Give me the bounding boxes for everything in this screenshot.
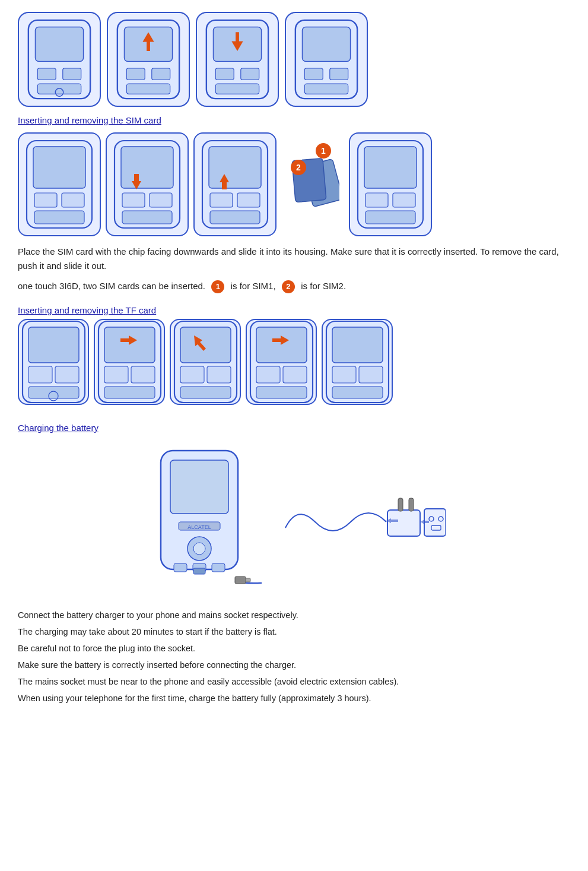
svg-rect-74 (359, 366, 383, 383)
svg-rect-63 (180, 387, 231, 398)
sim-phone-3 (193, 132, 276, 236)
svg-rect-88 (387, 510, 420, 536)
charging-line4: Make sure the battery is correctly inser… (18, 658, 570, 673)
phone-back-3-arrow-down (196, 12, 279, 107)
svg-rect-48 (28, 327, 79, 363)
svg-rect-50 (55, 366, 79, 383)
charger-brick-svg (279, 492, 446, 552)
svg-rect-16 (215, 84, 259, 94)
svg-rect-54 (104, 327, 155, 363)
sim-phone-2 (106, 132, 189, 236)
tf-phone-4-arrow (246, 319, 317, 405)
svg-rect-66 (256, 327, 307, 363)
svg-rect-1 (35, 27, 83, 61)
svg-rect-86 (235, 577, 246, 584)
sim-section-title: Inserting and removing the SIM card (18, 115, 570, 125)
charging-instructions: Connect the battery charger to your phon… (18, 609, 570, 706)
charging-line1: Connect the battery charger to your phon… (18, 609, 570, 623)
phone-back-2-arrow-up (107, 12, 190, 107)
sim-top-phones-row (18, 12, 570, 107)
tf-phone-5 (322, 319, 393, 405)
svg-rect-67 (256, 366, 280, 383)
sim2-badge: 2 (291, 160, 306, 175)
svg-rect-77 (170, 460, 228, 514)
svg-rect-43 (364, 147, 417, 188)
svg-rect-46 (365, 211, 415, 224)
svg-rect-82 (174, 563, 187, 572)
svg-rect-51 (28, 387, 79, 398)
svg-rect-56 (131, 366, 155, 383)
svg-rect-3 (63, 68, 81, 80)
sim2-inline-badge: 2 (282, 280, 295, 293)
svg-rect-45 (393, 193, 415, 207)
sim-desc2-text: one touch 3I6D, two SIM cards can be ins… (18, 281, 205, 291)
svg-rect-8 (126, 68, 145, 80)
sim-sim1-sim2-line: one touch 3I6D, two SIM cards can be ins… (18, 279, 570, 293)
sim2-label-text: is for SIM2. (301, 281, 346, 291)
svg-rect-60 (180, 327, 231, 363)
charging-phone-image: ALCATEL (143, 445, 262, 599)
svg-point-81 (193, 543, 205, 555)
svg-rect-44 (365, 193, 388, 207)
svg-rect-31 (150, 193, 172, 207)
svg-rect-2 (37, 68, 56, 80)
svg-rect-20 (304, 68, 323, 80)
svg-rect-57 (104, 387, 155, 398)
svg-rect-24 (33, 147, 85, 188)
sim-card-graphic: 1 2 (286, 149, 339, 220)
svg-rect-25 (34, 193, 57, 207)
svg-rect-62 (207, 366, 231, 383)
svg-rect-19 (302, 27, 350, 61)
svg-rect-22 (304, 84, 348, 94)
svg-rect-21 (330, 68, 348, 80)
svg-rect-36 (210, 193, 233, 207)
svg-rect-38 (210, 211, 260, 224)
svg-rect-10 (126, 84, 170, 94)
tf-phone-1 (18, 319, 89, 405)
svg-rect-29 (121, 147, 173, 188)
tf-section-title: Inserting and removing the TF card (18, 305, 570, 315)
svg-rect-37 (237, 193, 260, 207)
sim1-badge: 1 (316, 143, 331, 159)
charging-line5: The mains socket must be near to the pho… (18, 675, 570, 689)
svg-rect-49 (28, 366, 52, 383)
svg-rect-85 (193, 568, 205, 574)
tf-phones-row (18, 319, 570, 405)
svg-rect-15 (241, 68, 259, 80)
charging-image-container: ALCATEL (18, 445, 570, 599)
phone-back-1 (18, 12, 101, 107)
svg-text:ALCATEL: ALCATEL (187, 524, 211, 530)
svg-rect-89 (398, 498, 403, 511)
phone-back-4 (285, 12, 368, 107)
sim1-inline-badge: 1 (211, 280, 224, 293)
charging-line6: When using your telephone for the first … (18, 692, 570, 706)
svg-rect-73 (332, 366, 356, 383)
charging-line2: The charging may take about 20 minutes t… (18, 625, 570, 639)
svg-rect-87 (246, 578, 250, 582)
sim-phone-1 (18, 132, 101, 236)
svg-rect-27 (34, 211, 84, 224)
sim1-label-text: is for SIM1, (231, 281, 276, 291)
tf-phone-3-arrow (170, 319, 241, 405)
charger-assembly (279, 492, 446, 552)
svg-rect-14 (215, 68, 234, 80)
svg-rect-84 (212, 563, 225, 572)
svg-rect-9 (152, 68, 170, 80)
svg-rect-69 (256, 387, 307, 398)
svg-rect-55 (104, 366, 128, 383)
charging-line3: Be careful not to force the plug into th… (18, 642, 570, 656)
svg-rect-26 (62, 193, 84, 207)
svg-rect-75 (332, 387, 383, 398)
sim-phones-row: 1 2 (18, 132, 570, 236)
svg-rect-68 (283, 366, 307, 383)
svg-rect-30 (122, 193, 145, 207)
sim-desc-text: Place the SIM card with the chip facing … (18, 246, 559, 271)
svg-rect-90 (409, 498, 414, 511)
svg-rect-32 (122, 211, 172, 224)
svg-rect-4 (37, 84, 81, 94)
svg-rect-35 (209, 147, 261, 188)
svg-rect-61 (180, 366, 204, 383)
sim-description: Place the SIM card with the chip facing … (18, 245, 570, 273)
charging-section-title: Charging the battery (18, 423, 570, 433)
tf-phone-2-arrow (94, 319, 165, 405)
